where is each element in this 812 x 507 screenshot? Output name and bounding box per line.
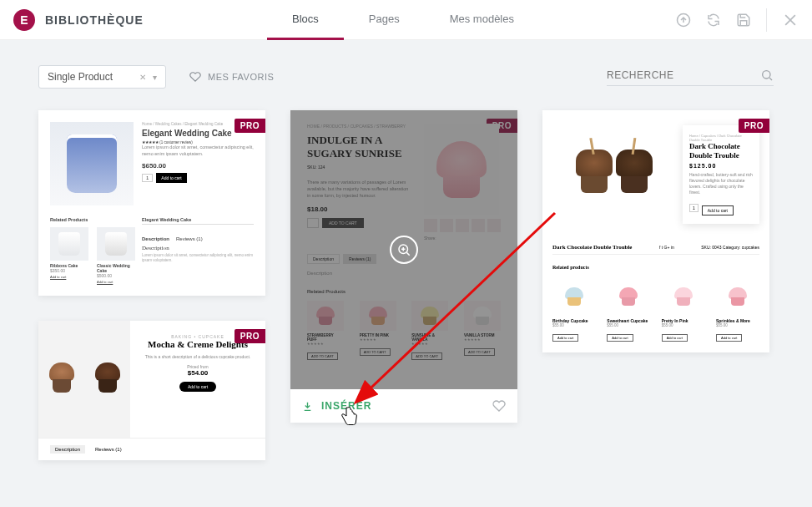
template-thumbnail: Home / Wedding Cakes / Elegant Wedding C… [38, 110, 265, 296]
card-footer: INSÉRER [290, 389, 517, 423]
pro-badge: PRO [235, 329, 265, 343]
favorite-toggle[interactable] [492, 399, 506, 413]
tab-my-templates[interactable]: Mes modèles [425, 0, 539, 40]
modal-title: BIBLIOTHÈQUE [45, 13, 144, 27]
template-card[interactable]: PRO Home / Cupcakes / Dark Chocolate Dou… [542, 110, 769, 352]
filter-bar: Single Product ✕ ▾ MES FAVORIS [0, 40, 812, 105]
template-card[interactable]: PRO BAKING • CUPCAKE Mocha & Creme Delig… [38, 321, 265, 460]
magnify-icon [390, 236, 418, 264]
chevron-down-icon[interactable]: ▾ [153, 73, 157, 82]
heart-icon [189, 71, 201, 83]
tabs: Blocs Pages Mes modèles [267, 0, 676, 40]
favorites-link[interactable]: MES FAVORIS [189, 71, 274, 83]
category-select[interactable]: Single Product ✕ ▾ [38, 65, 166, 89]
insert-label: INSÉRER [321, 400, 371, 412]
search-input[interactable] [607, 69, 744, 81]
separator [766, 8, 767, 32]
search-area [607, 68, 774, 86]
pro-badge: PRO [739, 119, 769, 133]
template-thumbnail: BAKING • CUPCAKE Mocha & Creme Delights … [38, 321, 265, 460]
clear-select-icon[interactable]: ✕ [139, 73, 146, 82]
tab-pages[interactable]: Pages [344, 0, 425, 40]
logo-area: E BIBLIOTHÈQUE [0, 9, 267, 31]
insert-button[interactable]: INSÉRER [302, 400, 371, 412]
favorites-label: MES FAVORIS [208, 72, 274, 82]
template-grid: PRO Home / Wedding Cakes / Elegant Weddi… [0, 105, 812, 460]
header-actions [676, 8, 812, 32]
template-thumbnail: Home / Cupcakes / Dark Chocolate Double … [542, 110, 769, 352]
refresh-icon[interactable] [706, 13, 721, 28]
template-card[interactable]: PRO Home / Wedding Cakes / Elegant Weddi… [38, 110, 265, 296]
svg-point-3 [763, 70, 770, 78]
elementor-logo: E [13, 9, 35, 31]
search-icon[interactable] [760, 68, 774, 82]
save-icon[interactable] [736, 13, 751, 28]
download-icon [302, 401, 313, 412]
svg-line-8 [406, 252, 409, 255]
heart-icon [492, 399, 506, 413]
close-icon[interactable] [782, 12, 799, 28]
category-select-value: Single Product [48, 71, 113, 83]
template-card-hovered[interactable]: PRO HOME / PRODUCTS / CUPCAKES / STRAWBE… [290, 110, 517, 423]
upload-template-icon[interactable] [676, 13, 691, 28]
tab-blocs[interactable]: Blocs [267, 0, 344, 40]
modal-header: E BIBLIOTHÈQUE Blocs Pages Mes modèles [0, 0, 812, 40]
preview-overlay[interactable] [290, 110, 517, 389]
svg-line-4 [769, 78, 772, 80]
pro-badge: PRO [235, 119, 265, 133]
